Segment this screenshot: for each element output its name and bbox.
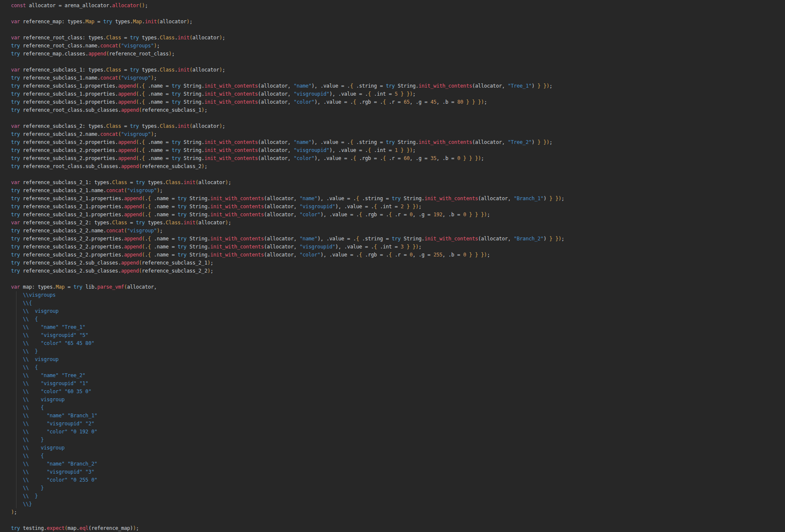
code-token: { (368, 147, 371, 153)
code-token: (allocator, (472, 83, 508, 89)
code-token: var (11, 179, 20, 185)
code-token: Class (112, 220, 127, 226)
code-line: \\ "visgroupid" "1" (11, 380, 785, 388)
code-line: try reference_root_class.name.concat("vi… (11, 42, 785, 50)
code-token: try (74, 284, 83, 290)
code-token: "color" (293, 155, 314, 161)
code-token: String. (180, 147, 204, 153)
code-line: try reference_subclass_2.properties.appe… (11, 154, 785, 163)
code-token: try (171, 155, 180, 161)
code-line: var reference_subclass_2: types.Class = … (11, 122, 785, 130)
code-line: try reference_subclass_2_1.properties.ap… (11, 195, 785, 203)
code-token (466, 252, 469, 258)
code-token: "Tree_1" (508, 83, 531, 89)
code-token: .name = (145, 139, 171, 145)
code-token: \\ "color" "65 45 80" (11, 340, 94, 346)
code-line: try reference_root_class.sub_classes.app… (11, 106, 785, 114)
code-token: , .b = (442, 212, 463, 218)
code-token: \\ "name" "Branch_2" (11, 461, 97, 467)
code-line (11, 10, 785, 18)
code-token: try (11, 131, 20, 137)
code-token: "name" (299, 196, 317, 201)
code-token: .string = (359, 196, 392, 201)
code-token: String. (187, 244, 210, 250)
code-token: append (124, 252, 142, 258)
code-token: \\ visgroup (11, 397, 64, 402)
code-token: try (136, 179, 145, 185)
code-token: \\ "visgroupid" "5" (11, 332, 88, 338)
code-line: \\ { (11, 364, 785, 372)
code-token: ; (171, 51, 174, 57)
code-token: ), .value = . (329, 91, 368, 97)
code-token: { (353, 155, 356, 161)
code-token: append (121, 260, 139, 266)
code-token: lib. (83, 284, 97, 290)
code-token: \\ "color" "0 255 0" (11, 477, 97, 483)
code-token: 65 (404, 99, 409, 105)
code-token (460, 155, 463, 161)
code-token: reference_root_class.name. (20, 43, 100, 49)
code-content[interactable]: const allocator = arena_allocator.alloca… (0, 0, 785, 532)
code-token: } }) (550, 236, 561, 242)
code-line: \\ visgroup (11, 444, 785, 452)
code-token: (allocator, (264, 236, 299, 242)
code-token: try (11, 75, 20, 81)
code-token: String. (401, 236, 424, 242)
code-token: .rgb = . (356, 99, 383, 105)
code-token: (allocator, (264, 252, 299, 258)
code-token: ) (544, 196, 550, 201)
code-token: reference_subclass_2_1.properties. (20, 196, 124, 201)
code-token: reference_map: types. (20, 19, 86, 25)
code-line: const allocator = arena_allocator.alloca… (11, 2, 785, 10)
code-token: .name = (145, 83, 171, 89)
code-token: try (171, 91, 180, 97)
code-token: reference_subclass_2_1 (142, 260, 207, 266)
code-token: "Tree_2" (508, 139, 531, 145)
code-token: , .b = (437, 155, 457, 161)
code-token: reference_subclass_2: types. (20, 123, 106, 129)
code-token: String. (180, 91, 204, 97)
code-token: ), .value = . (329, 147, 368, 153)
code-token: { (359, 212, 362, 218)
code-token: Map (55, 284, 64, 290)
code-token: allocator (199, 220, 225, 226)
code-token: reference_subclass_2_1.properties. (20, 212, 124, 218)
code-token: (allocator, (478, 196, 514, 201)
code-line: try reference_subclass_2.name.concat("vi… (11, 130, 785, 138)
code-token: "visgroup" (121, 131, 151, 137)
code-token: "name" (293, 83, 311, 89)
code-token: reference_root_class: types. (20, 35, 106, 41)
code-token: () (139, 3, 145, 8)
code-line: try reference_subclass_2.properties.appe… (11, 146, 785, 154)
code-token: { (350, 83, 353, 89)
code-token: String. (187, 252, 210, 258)
code-line: \\ "visgroupid" "3" (11, 468, 785, 476)
code-token: "color" (299, 212, 320, 218)
code-token: { (356, 196, 359, 201)
code-line: \\} (11, 500, 785, 508)
code-token: var (11, 67, 20, 73)
code-token: try (11, 268, 20, 274)
code-token: ; (190, 19, 193, 25)
code-editor[interactable]: const allocator = arena_allocator.alloca… (0, 0, 785, 532)
code-token: String. (187, 196, 210, 201)
code-line: var reference_map: types.Map = try types… (11, 18, 785, 26)
code-token: "visgroupid" (293, 91, 329, 97)
code-token: ( (64, 525, 67, 531)
code-token: .name = (151, 244, 177, 250)
code-line: \\{ (11, 299, 785, 307)
code-line (11, 275, 785, 283)
code-token: } }) (538, 83, 550, 89)
code-line: try reference_subclass_2_2.properties.ap… (11, 243, 785, 251)
code-token: try (11, 107, 20, 113)
code-token: 45 (431, 99, 437, 105)
code-token: ), .value = . (318, 196, 356, 201)
code-token: reference_subclass_1.properties. (20, 99, 118, 105)
code-line: \\ "name" "Tree_1" (11, 323, 785, 331)
code-token: ) (225, 179, 228, 185)
code-token: ), .value = . (335, 244, 374, 250)
code-line: \\ "name" "Tree_2" (11, 372, 785, 380)
code-token: (allocator, (472, 139, 508, 145)
code-token: reference_subclass_2_2.properties. (20, 244, 124, 250)
code-line: try reference_root_class.sub_classes.app… (11, 163, 785, 171)
